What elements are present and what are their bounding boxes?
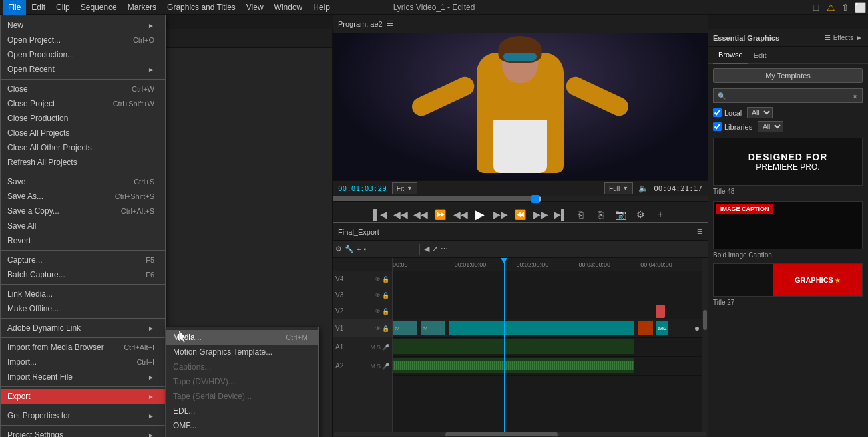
camera-icon[interactable]: 📷 (614, 209, 627, 220)
star-icon[interactable]: ★ (852, 92, 858, 100)
menu-sequence[interactable]: Sequence (75, 0, 122, 15)
menu-item-save-copy[interactable]: Save a Copy... Ctrl+Alt+S (1, 204, 165, 218)
track-a2-mute-icon[interactable]: M (370, 363, 375, 370)
eg-effects-label[interactable]: Effects (833, 34, 853, 41)
track-v4-eye-icon[interactable]: 👁 (375, 276, 381, 283)
menu-item-save[interactable]: Save Ctrl+S (1, 174, 165, 189)
step-forward-icon[interactable]: ▶▶ (533, 209, 547, 220)
export-edl-item[interactable]: EDL... (166, 404, 318, 418)
track-v3-eye-icon[interactable]: 👁 (375, 292, 381, 299)
menu-item-close[interactable]: Close Ctrl+W (1, 82, 165, 96)
monitor-menu-icon[interactable]: ☰ (387, 19, 393, 28)
rewind-icon[interactable]: ◀◀ (453, 209, 467, 220)
go-start-icon[interactable]: ▌◀ (373, 209, 387, 220)
go-end-icon[interactable]: ▶▌ (554, 209, 567, 220)
track-v1-lock-icon[interactable]: 🔒 (382, 325, 389, 332)
track-settings-icon[interactable]: ⚙ (335, 245, 342, 253)
menu-window[interactable]: Window (269, 0, 308, 15)
go-out-icon[interactable]: ⏪ (513, 209, 527, 220)
frame-back-icon[interactable]: ◀◀ (413, 209, 427, 220)
menu-item-get-properties[interactable]: Get Properties for ► (1, 408, 165, 423)
eg-search-input[interactable] (728, 92, 852, 100)
export-icon[interactable]: ⇧ (840, 2, 851, 13)
track-a1-mic-icon[interactable]: 🎤 (382, 344, 389, 351)
menu-item-project-settings[interactable]: Project Settings ► (1, 428, 165, 437)
track-a1-mute-icon[interactable]: M (370, 344, 375, 351)
track-v4-lock-icon[interactable]: 🔒 (382, 276, 389, 283)
menu-item-refresh[interactable]: Refresh All Projects (1, 155, 165, 170)
menu-item-save-as[interactable]: Save As... Ctrl+Shift+S (1, 189, 165, 204)
play-button[interactable]: ▶ (473, 207, 487, 222)
export-media-item[interactable]: Media... Ctrl+M (166, 330, 318, 345)
wrench-icon[interactable]: 🔧 (345, 245, 354, 253)
menu-item-import-recent[interactable]: Import Recent File ► (1, 370, 165, 384)
track-v1-eye-icon[interactable]: 👁 (375, 325, 381, 332)
go-in-icon[interactable]: ⏩ (433, 209, 447, 220)
eg-expand-icon[interactable]: ► (856, 34, 863, 41)
add-track-icon[interactable]: + (357, 245, 361, 253)
h-scrollbar-thumb[interactable] (445, 432, 557, 436)
menu-item-link-media[interactable]: Link Media... (1, 287, 165, 301)
v1-clip-main[interactable] (449, 321, 634, 335)
track-a1-solo-icon[interactable]: S (377, 344, 381, 351)
menu-item-open-project[interactable]: Open Project... Ctrl+O (1, 33, 165, 47)
menu-view[interactable]: View (241, 0, 269, 15)
menu-help[interactable]: Help (308, 0, 335, 15)
step-back-icon[interactable]: ◀◀ (393, 209, 407, 220)
track-a2-mic-icon[interactable]: 🎤 (382, 363, 389, 370)
menu-item-make-offline[interactable]: Make Offline... (1, 301, 165, 316)
export-markers-item[interactable]: Markers... (166, 433, 318, 437)
menu-item-open-recent[interactable]: Open Recent ► (1, 62, 165, 77)
v1-clip-ae2[interactable]: ae2 (656, 321, 668, 335)
export-omf-item[interactable]: OMF... (166, 418, 318, 433)
v1-clip-1[interactable]: fv (393, 321, 417, 335)
a1-audio-clip[interactable] (393, 339, 634, 354)
fit-selector[interactable]: Fit ▼ (392, 182, 417, 194)
menu-item-import[interactable]: Import... Ctrl+I (1, 355, 165, 370)
track-v3-lock-icon[interactable]: 🔒 (382, 292, 389, 299)
local-filter-select[interactable]: All (747, 107, 773, 118)
v1-clip-4[interactable] (638, 321, 653, 335)
vertical-scrollbar[interactable] (702, 258, 708, 432)
add-icon[interactable]: + (654, 208, 667, 221)
menu-item-open-production[interactable]: Open Production... (1, 47, 165, 62)
menu-graphics[interactable]: Graphics and Titles (162, 0, 241, 15)
fast-forward-icon[interactable]: ▶▶ (493, 209, 507, 220)
menu-item-close-others[interactable]: Close All Other Projects (1, 140, 165, 155)
a2-audio-clip[interactable] (393, 358, 634, 373)
quality-selector[interactable]: Full ▼ (604, 182, 633, 194)
scrollbar-thumb[interactable] (703, 310, 707, 330)
maximize-icon[interactable]: ⬜ (855, 2, 865, 13)
more-icon[interactable]: ⋯ (441, 245, 448, 253)
track-v2-eye-icon[interactable]: 👁 (375, 308, 381, 315)
menu-clip[interactable]: Clip (51, 0, 75, 15)
export-tape-serial-item[interactable]: Tape (Serial Device)... (166, 389, 318, 404)
libraries-filter-select[interactable]: All (758, 121, 783, 132)
menu-item-batch-capture[interactable]: Batch Capture... F6 (1, 267, 165, 282)
insert-icon[interactable]: ⎗ (574, 209, 587, 220)
eg-tab-edit[interactable]: Edit (748, 47, 772, 63)
v1-clip-2[interactable]: fv (421, 321, 445, 335)
menu-item-import-browser[interactable]: Import from Media Browser Ctrl+Alt+I (1, 340, 165, 355)
export-frame-icon[interactable]: ↗ (432, 245, 438, 253)
track-a2-solo-icon[interactable]: S (377, 363, 381, 370)
v2-clip-1[interactable] (656, 305, 665, 318)
export-mgt-item[interactable]: Motion Graphics Template... (166, 345, 318, 359)
eg-tab-browse[interactable]: Browse (713, 47, 748, 64)
progress-bar[interactable] (333, 196, 708, 202)
menu-markers[interactable]: Markers (122, 0, 162, 15)
overwrite-icon[interactable]: ⎘ (594, 209, 607, 220)
menu-item-save-all[interactable]: Save All (1, 218, 165, 233)
menu-item-new[interactable]: New ► (1, 18, 165, 33)
track-v2-lock-icon[interactable]: 🔒 (382, 308, 389, 315)
menu-item-capture[interactable]: Capture... F5 (1, 253, 165, 267)
local-checkbox[interactable] (713, 108, 722, 117)
menu-item-close-project[interactable]: Close Project Ctrl+Shift+W (1, 96, 165, 111)
menu-item-close-production[interactable]: Close Production (1, 111, 165, 126)
menu-edit[interactable]: Edit (26, 0, 51, 15)
horizontal-scrollbar[interactable] (333, 432, 708, 437)
filter-icon[interactable]: ◀ (424, 245, 429, 253)
menu-item-export[interactable]: Export ► (1, 389, 165, 404)
menu-file[interactable]: File (3, 0, 26, 15)
export-tape-dv-item[interactable]: Tape (DV/HDV)... (166, 374, 318, 389)
